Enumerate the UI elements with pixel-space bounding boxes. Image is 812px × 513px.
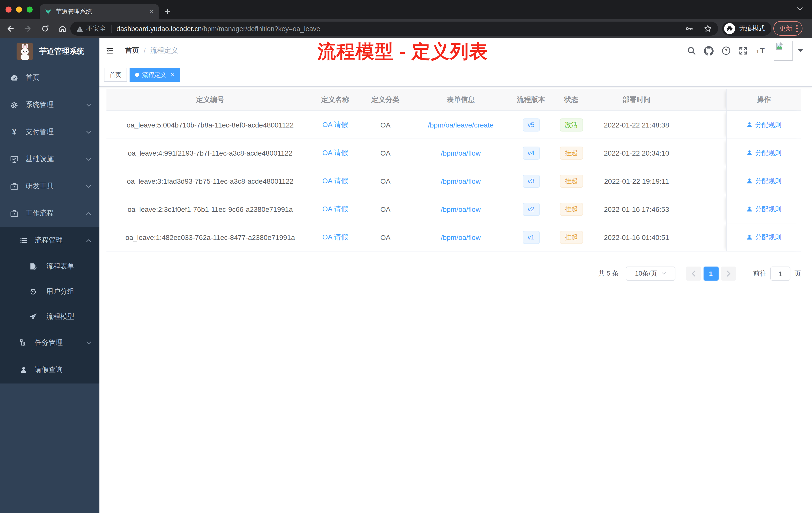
- avatar[interactable]: [774, 41, 793, 61]
- status-badge: 挂起: [560, 203, 583, 216]
- prev-page-button[interactable]: [686, 267, 701, 280]
- chevron-down-icon: [86, 130, 91, 134]
- person-icon: [746, 178, 753, 184]
- assign-rule-button[interactable]: 分配规则: [746, 148, 781, 157]
- fullscreen-icon[interactable]: [739, 46, 748, 55]
- chevron-up-icon: [86, 212, 91, 215]
- form-info-link[interactable]: /bpm/oa/flow: [441, 205, 481, 213]
- window-zoom-button[interactable]: [27, 6, 33, 12]
- address-bar[interactable]: 不安全 dashboard.yudao.iocoder.cn/bpm/manag…: [70, 22, 718, 36]
- font-size-icon[interactable]: TT: [756, 47, 766, 55]
- help-question-icon[interactable]: ?: [722, 46, 731, 55]
- page-annotation: 流程模型 - 定义列表: [317, 39, 488, 64]
- tag-close-icon[interactable]: ✕: [170, 71, 175, 78]
- sidebar-logo-bar[interactable]: 芋道管理系统: [0, 38, 99, 64]
- sidebar-item-task-management[interactable]: 任务管理: [0, 329, 99, 356]
- chevron-down-icon: [86, 341, 91, 344]
- form-info-link[interactable]: /bpm/oa/flow: [441, 149, 481, 157]
- sidebar-item-label: 任务管理: [35, 338, 86, 348]
- col-header-deploy-time: 部署时间: [587, 95, 686, 104]
- col-header-process-version: 流程版本: [507, 95, 555, 104]
- window-close-button[interactable]: [5, 6, 11, 12]
- form-info-link[interactable]: /bpm/oa/leave/create: [428, 121, 494, 129]
- breadcrumb-home[interactable]: 首页: [125, 46, 139, 55]
- cell-category: OA: [356, 149, 414, 157]
- definition-name-link[interactable]: OA 请假: [322, 120, 348, 128]
- sidebar-item-payment[interactable]: ¥ 支付管理: [0, 118, 99, 146]
- sidebar-item-label: 请假查询: [35, 365, 91, 374]
- browser-tab[interactable]: 芋道管理系统 ✕: [40, 4, 159, 19]
- person-icon: [746, 121, 753, 128]
- form-info-link[interactable]: /bpm/oa/flow: [441, 233, 481, 241]
- back-icon[interactable]: [6, 25, 14, 33]
- cell-deploy-time: 2022-01-22 20:34:10: [587, 149, 686, 157]
- breadcrumb-separator: /: [144, 47, 146, 55]
- cell-definition-id: oa_leave:3:1fad3d93-7b75-11ec-a3c8-acde4…: [107, 177, 314, 185]
- home-icon[interactable]: [58, 25, 67, 33]
- incognito-icon: [724, 23, 735, 34]
- cell-deploy-time: 2022-01-22 19:19:11: [587, 177, 686, 185]
- svg-text:T: T: [756, 49, 759, 54]
- reload-icon[interactable]: [41, 25, 49, 33]
- assign-rule-button[interactable]: 分配规则: [746, 233, 781, 242]
- new-tab-button[interactable]: +: [165, 5, 170, 18]
- user-icon: [20, 366, 28, 374]
- browser-menu-dots-icon: [796, 24, 798, 32]
- sidebar-fold-icon[interactable]: [106, 47, 114, 55]
- cell-category: OA: [356, 121, 414, 129]
- url-path: /bpm/manager/definition?key=oa_leave: [202, 25, 320, 32]
- tab-search-chevron-icon[interactable]: [797, 7, 803, 11]
- navbar: 首页 / 流程定义 流程模型 - 定义列表 ? TT: [99, 38, 812, 63]
- sidebar-item-process-model[interactable]: 流程模型: [0, 304, 99, 329]
- browser-update-button[interactable]: 更新: [773, 21, 803, 36]
- assign-rule-button[interactable]: 分配规则: [746, 205, 781, 214]
- logo-rabbit-image: [17, 43, 33, 59]
- avatar-caret-down-icon[interactable]: [798, 49, 803, 52]
- col-header-actions: 操作: [726, 89, 801, 111]
- next-page-button[interactable]: [721, 267, 736, 280]
- sidebar-item-infrastructure[interactable]: 基础设施: [0, 146, 99, 173]
- person-icon: [746, 150, 753, 156]
- page-size-select[interactable]: 10条/页: [626, 267, 675, 280]
- tag-home[interactable]: 首页: [104, 68, 127, 82]
- sidebar-item-home[interactable]: 首页: [0, 64, 99, 91]
- sidebar-item-leave-query[interactable]: 请假查询: [0, 356, 99, 384]
- page-number-current[interactable]: 1: [703, 267, 718, 280]
- definition-name-link[interactable]: OA 请假: [322, 176, 348, 184]
- github-icon[interactable]: [704, 46, 714, 56]
- workflow-submenu: 流程管理 流程表单 用户分组 流程模型: [0, 227, 99, 384]
- cell-category: OA: [356, 233, 414, 241]
- sidebar-item-label: 研发工具: [26, 182, 86, 191]
- tab-close-icon[interactable]: ✕: [149, 8, 154, 15]
- cell-definition-id: oa_leave:5:004b710b-7b8a-11ec-8ef0-acde4…: [107, 121, 314, 129]
- definition-name-link[interactable]: OA 请假: [322, 148, 348, 156]
- page-content: 定义编号 定义名称 定义分类 表单信息 流程版本 状态 部署时间 操作 oa_l…: [99, 87, 812, 280]
- pagination-total: 共 5 条: [598, 269, 619, 278]
- sidebar-item-label: 系统管理: [26, 100, 86, 110]
- sidebar-item-process-form[interactable]: 流程表单: [0, 254, 99, 279]
- browser-toolbar: 不安全 dashboard.yudao.iocoder.cn/bpm/manag…: [0, 19, 812, 38]
- window-minimize-button[interactable]: [16, 6, 22, 12]
- definition-name-link[interactable]: OA 请假: [322, 233, 348, 241]
- form-info-link[interactable]: /bpm/oa/flow: [441, 177, 481, 185]
- update-label: 更新: [779, 24, 792, 33]
- sidebar-item-workflow[interactable]: 工作流程: [0, 200, 99, 227]
- password-key-icon[interactable]: [685, 25, 694, 33]
- tag-process-definition[interactable]: 流程定义 ✕: [129, 68, 180, 82]
- cell-category: OA: [356, 205, 414, 213]
- definition-name-link[interactable]: OA 请假: [322, 205, 348, 213]
- search-icon[interactable]: [687, 46, 696, 55]
- sidebar-item-devtools[interactable]: 研发工具: [0, 173, 99, 200]
- bookmark-star-icon[interactable]: [703, 25, 712, 33]
- version-badge: v4: [522, 146, 540, 159]
- goto-page-input[interactable]: [770, 267, 790, 280]
- forward-icon[interactable]: [24, 25, 32, 33]
- sidebar-item-process-management[interactable]: 流程管理: [0, 227, 99, 254]
- assign-rule-button[interactable]: 分配规则: [746, 120, 781, 129]
- sidebar-item-user-group[interactable]: 用户分组: [0, 279, 99, 304]
- table-row: oa_leave:5:004b710b-7b8a-11ec-8ef0-acde4…: [107, 111, 801, 139]
- assign-rule-button[interactable]: 分配规则: [746, 176, 781, 185]
- sidebar-item-system[interactable]: 系统管理: [0, 91, 99, 118]
- screen: 芋道管理系统 ✕ +: [0, 0, 812, 513]
- chevron-down-icon: [86, 103, 91, 107]
